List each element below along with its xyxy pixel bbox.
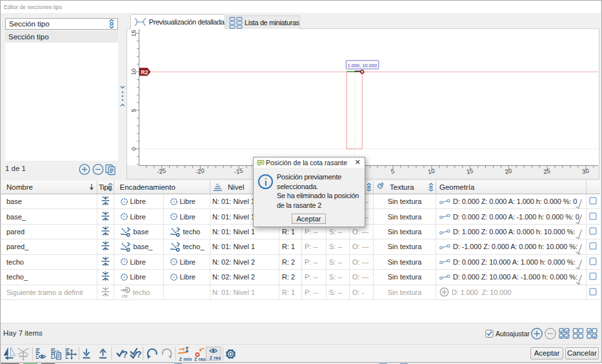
svg-text:15: 15 xyxy=(130,30,137,37)
svg-text:15: 15 xyxy=(466,167,474,176)
svg-text:R2: R2 xyxy=(141,69,148,76)
svg-text:20: 20 xyxy=(505,167,512,176)
svg-text:Z ras: Z ras xyxy=(210,355,221,361)
svg-text:30: 30 xyxy=(581,167,589,176)
svg-text:Z min: Z min xyxy=(179,356,192,362)
svg-text:5: 5 xyxy=(390,167,395,175)
svg-text:5: 5 xyxy=(130,108,137,112)
svg-text:-20: -20 xyxy=(195,167,205,175)
svg-text:?: ? xyxy=(123,349,128,359)
svg-text:10: 10 xyxy=(130,68,137,76)
svg-text:-25: -25 xyxy=(156,167,166,175)
svg-text:10: 10 xyxy=(427,167,435,176)
svg-text:Z ras: Z ras xyxy=(194,356,206,362)
svg-text:-15: -15 xyxy=(234,167,243,175)
svg-text:1.000, 10.000: 1.000, 10.000 xyxy=(347,63,377,68)
svg-text:cte.: cte. xyxy=(121,293,128,298)
svg-text:25: 25 xyxy=(543,167,550,176)
svg-text:?: ? xyxy=(136,349,142,359)
svg-text:0: 0 xyxy=(130,147,137,150)
